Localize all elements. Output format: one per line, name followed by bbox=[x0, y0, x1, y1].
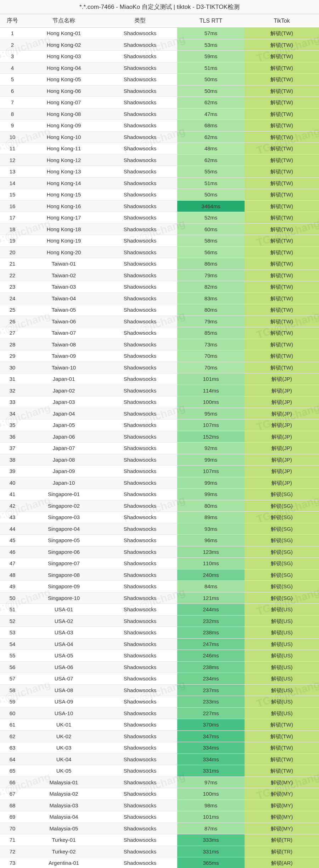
cell-rtt: 98ms bbox=[177, 800, 245, 811]
table-row: 35Japan-05Shadowsocks107ms解锁(JP) bbox=[0, 419, 319, 431]
cell-index: 34 bbox=[0, 408, 25, 419]
cell-node: Taiwan-05 bbox=[25, 304, 103, 316]
cell-node: Malaysia-03 bbox=[25, 800, 103, 811]
cell-index: 16 bbox=[0, 200, 25, 212]
cell-type: Shadowsocks bbox=[103, 327, 177, 339]
table-row: 38Japan-08Shadowsocks99ms解锁(JP) bbox=[0, 454, 319, 466]
cell-type: Shadowsocks bbox=[103, 696, 177, 708]
cell-index: 55 bbox=[0, 650, 25, 662]
cell-tiktok: 解锁(TW) bbox=[245, 281, 319, 293]
cell-node: Taiwan-10 bbox=[25, 362, 103, 373]
cell-index: 36 bbox=[0, 431, 25, 443]
cell-type: Shadowsocks bbox=[103, 431, 177, 443]
cell-type: Shadowsocks bbox=[103, 177, 177, 189]
cell-index: 31 bbox=[0, 373, 25, 385]
table-row: 24Taiwan-04Shadowsocks83ms解锁(TW) bbox=[0, 293, 319, 304]
cell-index: 12 bbox=[0, 154, 25, 166]
table-row: 33Japan-03Shadowsocks100ms解锁(JP) bbox=[0, 396, 319, 408]
cell-type: Shadowsocks bbox=[103, 500, 177, 512]
table-row: 29Taiwan-09Shadowsocks70ms解锁(TW) bbox=[0, 350, 319, 362]
cell-node: Hong Kong-17 bbox=[25, 212, 103, 224]
cell-tiktok: 解锁(TW) bbox=[245, 131, 319, 143]
cell-rtt: 60ms bbox=[177, 223, 245, 235]
cell-tiktok: 解锁(SG) bbox=[245, 581, 319, 592]
table-row: 67Malaysia-02Shadowsocks100ms解锁(MY) bbox=[0, 788, 319, 800]
cell-index: 42 bbox=[0, 500, 25, 512]
cell-tiktok: 解锁(US) bbox=[245, 638, 319, 650]
cell-tiktok: 解锁(TW) bbox=[245, 246, 319, 258]
cell-type: Shadowsocks bbox=[103, 765, 177, 777]
cell-type: Shadowsocks bbox=[103, 246, 177, 258]
cell-tiktok: 解锁(TW) bbox=[245, 177, 319, 189]
cell-rtt: 84ms bbox=[177, 581, 245, 592]
cell-rtt: 70ms bbox=[177, 362, 245, 373]
cell-tiktok: 解锁(US) bbox=[245, 707, 319, 719]
cell-tiktok: 解锁(MY) bbox=[245, 777, 319, 788]
cell-type: Shadowsocks bbox=[103, 615, 177, 627]
cell-tiktok: 解锁(SG) bbox=[245, 558, 319, 569]
cell-node: Singapore-09 bbox=[25, 581, 103, 592]
cell-rtt: 240ms bbox=[177, 569, 245, 581]
cell-type: Shadowsocks bbox=[103, 512, 177, 523]
cell-type: Shadowsocks bbox=[103, 604, 177, 616]
cell-rtt: 51ms bbox=[177, 177, 245, 189]
cell-rtt: 247ms bbox=[177, 638, 245, 650]
cell-type: Shadowsocks bbox=[103, 85, 177, 97]
cell-rtt: 227ms bbox=[177, 707, 245, 719]
cell-index: 21 bbox=[0, 258, 25, 270]
cell-node: USA-03 bbox=[25, 627, 103, 639]
cell-type: Shadowsocks bbox=[103, 385, 177, 396]
table-row: 36Japan-06Shadowsocks152ms解锁(JP) bbox=[0, 431, 319, 443]
cell-index: 19 bbox=[0, 235, 25, 247]
cell-tiktok: 解锁(SG) bbox=[245, 569, 319, 581]
cell-node: Singapore-05 bbox=[25, 535, 103, 546]
cell-index: 52 bbox=[0, 615, 25, 627]
cell-tiktok: 解锁(TW) bbox=[245, 28, 319, 39]
cell-tiktok: 解锁(MY) bbox=[245, 823, 319, 834]
cell-node: Hong Kong-06 bbox=[25, 85, 103, 97]
cell-type: Shadowsocks bbox=[103, 200, 177, 212]
table-row: 1Hong Kong-01Shadowsocks57ms解锁(TW) bbox=[0, 28, 319, 39]
cell-tiktok: 解锁(MY) bbox=[245, 800, 319, 811]
cell-type: Shadowsocks bbox=[103, 811, 177, 823]
cell-type: Shadowsocks bbox=[103, 753, 177, 765]
cell-type: Shadowsocks bbox=[103, 189, 177, 201]
table-row: 51USA-01Shadowsocks244ms解锁(US) bbox=[0, 604, 319, 616]
cell-tiktok: 解锁(TW) bbox=[245, 730, 319, 742]
cell-rtt: 92ms bbox=[177, 443, 245, 454]
cell-node: USA-01 bbox=[25, 604, 103, 616]
table-header-row: 序号 节点名称 类型 TLS RTT TikTok bbox=[0, 14, 319, 28]
col-header-node: 节点名称 bbox=[25, 14, 103, 28]
cell-index: 54 bbox=[0, 638, 25, 650]
cell-type: Shadowsocks bbox=[103, 166, 177, 178]
cell-tiktok: 解锁(SG) bbox=[245, 592, 319, 604]
cell-type: Shadowsocks bbox=[103, 707, 177, 719]
cell-index: 28 bbox=[0, 339, 25, 350]
cell-type: Shadowsocks bbox=[103, 638, 177, 650]
cell-tiktok: 解锁(TW) bbox=[245, 62, 319, 74]
table-row: 3Hong Kong-03Shadowsocks59ms解锁(TW) bbox=[0, 51, 319, 62]
cell-tiktok: 解锁(JP) bbox=[245, 396, 319, 408]
cell-type: Shadowsocks bbox=[103, 28, 177, 39]
cell-type: Shadowsocks bbox=[103, 800, 177, 811]
cell-rtt: 95ms bbox=[177, 408, 245, 419]
table-row: 40Japan-10Shadowsocks99ms解锁(JP) bbox=[0, 477, 319, 489]
cell-tiktok: 解锁(US) bbox=[245, 650, 319, 662]
table-row: 53USA-03Shadowsocks238ms解锁(US) bbox=[0, 627, 319, 639]
cell-rtt: 57ms bbox=[177, 28, 245, 39]
cell-type: Shadowsocks bbox=[103, 650, 177, 662]
table-row: 13Hong Kong-13Shadowsocks55ms解锁(TW) bbox=[0, 166, 319, 178]
cell-node: Hong Kong-03 bbox=[25, 51, 103, 62]
table-row: 46Singapore-06Shadowsocks123ms解锁(SG) bbox=[0, 546, 319, 558]
table-row: 27Taiwan-07Shadowsocks85ms解锁(TW) bbox=[0, 327, 319, 339]
cell-type: Shadowsocks bbox=[103, 569, 177, 581]
cell-tiktok: 解锁(JP) bbox=[245, 373, 319, 385]
cell-node: Taiwan-08 bbox=[25, 339, 103, 350]
cell-tiktok: 解锁(SG) bbox=[245, 523, 319, 535]
cell-tiktok: 解锁(TW) bbox=[245, 765, 319, 777]
cell-node: Taiwan-01 bbox=[25, 258, 103, 270]
cell-type: Shadowsocks bbox=[103, 581, 177, 592]
cell-tiktok: 解锁(JP) bbox=[245, 419, 319, 431]
cell-index: 10 bbox=[0, 131, 25, 143]
cell-node: Hong Kong-20 bbox=[25, 246, 103, 258]
